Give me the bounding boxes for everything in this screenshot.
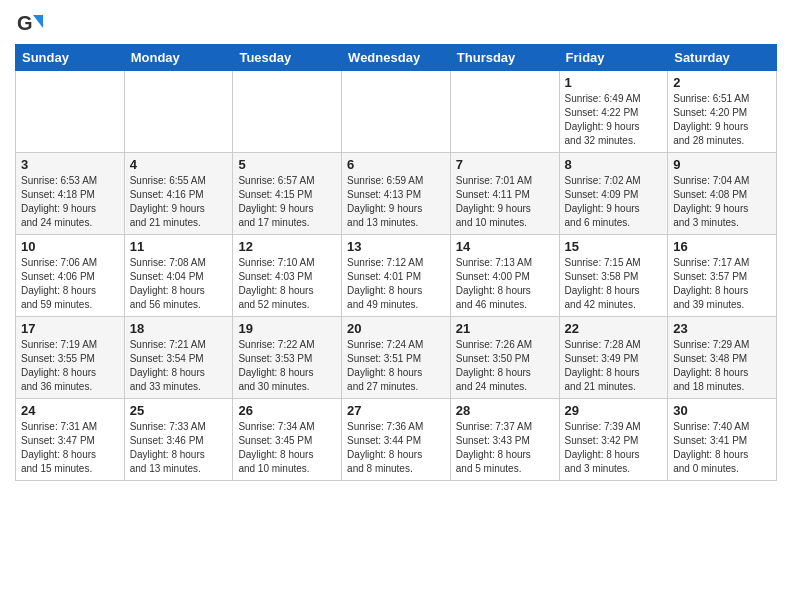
day-number: 15	[565, 239, 663, 254]
day-number: 13	[347, 239, 445, 254]
day-number: 21	[456, 321, 554, 336]
day-info: Sunrise: 7:06 AMSunset: 4:06 PMDaylight:…	[21, 256, 119, 312]
day-info: Sunrise: 7:24 AMSunset: 3:51 PMDaylight:…	[347, 338, 445, 394]
day-cell: 21Sunrise: 7:26 AMSunset: 3:50 PMDayligh…	[450, 317, 559, 399]
day-cell: 7Sunrise: 7:01 AMSunset: 4:11 PMDaylight…	[450, 153, 559, 235]
day-number: 25	[130, 403, 228, 418]
weekday-friday: Friday	[559, 45, 668, 71]
day-number: 16	[673, 239, 771, 254]
day-info: Sunrise: 7:04 AMSunset: 4:08 PMDaylight:…	[673, 174, 771, 230]
logo-icon: G	[15, 10, 43, 38]
day-info: Sunrise: 7:37 AMSunset: 3:43 PMDaylight:…	[456, 420, 554, 476]
day-cell: 12Sunrise: 7:10 AMSunset: 4:03 PMDayligh…	[233, 235, 342, 317]
day-cell	[450, 71, 559, 153]
day-info: Sunrise: 7:08 AMSunset: 4:04 PMDaylight:…	[130, 256, 228, 312]
day-cell: 22Sunrise: 7:28 AMSunset: 3:49 PMDayligh…	[559, 317, 668, 399]
day-cell: 16Sunrise: 7:17 AMSunset: 3:57 PMDayligh…	[668, 235, 777, 317]
day-number: 3	[21, 157, 119, 172]
day-cell: 29Sunrise: 7:39 AMSunset: 3:42 PMDayligh…	[559, 399, 668, 481]
day-info: Sunrise: 7:29 AMSunset: 3:48 PMDaylight:…	[673, 338, 771, 394]
day-number: 18	[130, 321, 228, 336]
day-number: 27	[347, 403, 445, 418]
day-info: Sunrise: 7:26 AMSunset: 3:50 PMDaylight:…	[456, 338, 554, 394]
day-cell: 24Sunrise: 7:31 AMSunset: 3:47 PMDayligh…	[16, 399, 125, 481]
day-cell: 2Sunrise: 6:51 AMSunset: 4:20 PMDaylight…	[668, 71, 777, 153]
day-number: 19	[238, 321, 336, 336]
day-cell: 1Sunrise: 6:49 AMSunset: 4:22 PMDaylight…	[559, 71, 668, 153]
week-row-5: 24Sunrise: 7:31 AMSunset: 3:47 PMDayligh…	[16, 399, 777, 481]
day-info: Sunrise: 7:28 AMSunset: 3:49 PMDaylight:…	[565, 338, 663, 394]
page: G SundayMondayTuesdayWednesdayThursdayFr…	[0, 0, 792, 612]
day-cell: 13Sunrise: 7:12 AMSunset: 4:01 PMDayligh…	[342, 235, 451, 317]
day-cell: 8Sunrise: 7:02 AMSunset: 4:09 PMDaylight…	[559, 153, 668, 235]
weekday-header-row: SundayMondayTuesdayWednesdayThursdayFrid…	[16, 45, 777, 71]
day-number: 17	[21, 321, 119, 336]
day-number: 23	[673, 321, 771, 336]
day-info: Sunrise: 7:36 AMSunset: 3:44 PMDaylight:…	[347, 420, 445, 476]
day-cell: 10Sunrise: 7:06 AMSunset: 4:06 PMDayligh…	[16, 235, 125, 317]
day-number: 11	[130, 239, 228, 254]
day-number: 8	[565, 157, 663, 172]
day-number: 29	[565, 403, 663, 418]
day-cell: 11Sunrise: 7:08 AMSunset: 4:04 PMDayligh…	[124, 235, 233, 317]
header: G	[15, 10, 777, 38]
day-info: Sunrise: 6:57 AMSunset: 4:15 PMDaylight:…	[238, 174, 336, 230]
day-number: 24	[21, 403, 119, 418]
day-info: Sunrise: 6:53 AMSunset: 4:18 PMDaylight:…	[21, 174, 119, 230]
day-cell: 20Sunrise: 7:24 AMSunset: 3:51 PMDayligh…	[342, 317, 451, 399]
day-cell: 18Sunrise: 7:21 AMSunset: 3:54 PMDayligh…	[124, 317, 233, 399]
day-number: 1	[565, 75, 663, 90]
day-info: Sunrise: 7:10 AMSunset: 4:03 PMDaylight:…	[238, 256, 336, 312]
weekday-saturday: Saturday	[668, 45, 777, 71]
day-info: Sunrise: 6:51 AMSunset: 4:20 PMDaylight:…	[673, 92, 771, 148]
day-number: 12	[238, 239, 336, 254]
day-info: Sunrise: 7:13 AMSunset: 4:00 PMDaylight:…	[456, 256, 554, 312]
day-number: 2	[673, 75, 771, 90]
day-cell: 27Sunrise: 7:36 AMSunset: 3:44 PMDayligh…	[342, 399, 451, 481]
day-info: Sunrise: 7:19 AMSunset: 3:55 PMDaylight:…	[21, 338, 119, 394]
logo: G	[15, 10, 47, 38]
weekday-wednesday: Wednesday	[342, 45, 451, 71]
day-info: Sunrise: 6:49 AMSunset: 4:22 PMDaylight:…	[565, 92, 663, 148]
day-info: Sunrise: 7:12 AMSunset: 4:01 PMDaylight:…	[347, 256, 445, 312]
week-row-4: 17Sunrise: 7:19 AMSunset: 3:55 PMDayligh…	[16, 317, 777, 399]
day-cell	[124, 71, 233, 153]
day-cell	[233, 71, 342, 153]
day-number: 6	[347, 157, 445, 172]
day-cell: 30Sunrise: 7:40 AMSunset: 3:41 PMDayligh…	[668, 399, 777, 481]
day-number: 28	[456, 403, 554, 418]
day-info: Sunrise: 7:15 AMSunset: 3:58 PMDaylight:…	[565, 256, 663, 312]
day-number: 5	[238, 157, 336, 172]
day-cell	[16, 71, 125, 153]
calendar: SundayMondayTuesdayWednesdayThursdayFrid…	[15, 44, 777, 481]
day-info: Sunrise: 7:33 AMSunset: 3:46 PMDaylight:…	[130, 420, 228, 476]
day-cell	[342, 71, 451, 153]
day-number: 10	[21, 239, 119, 254]
day-cell: 5Sunrise: 6:57 AMSunset: 4:15 PMDaylight…	[233, 153, 342, 235]
day-info: Sunrise: 7:31 AMSunset: 3:47 PMDaylight:…	[21, 420, 119, 476]
day-number: 9	[673, 157, 771, 172]
day-cell: 26Sunrise: 7:34 AMSunset: 3:45 PMDayligh…	[233, 399, 342, 481]
weekday-monday: Monday	[124, 45, 233, 71]
day-info: Sunrise: 7:34 AMSunset: 3:45 PMDaylight:…	[238, 420, 336, 476]
day-info: Sunrise: 7:21 AMSunset: 3:54 PMDaylight:…	[130, 338, 228, 394]
day-info: Sunrise: 6:59 AMSunset: 4:13 PMDaylight:…	[347, 174, 445, 230]
day-info: Sunrise: 6:55 AMSunset: 4:16 PMDaylight:…	[130, 174, 228, 230]
day-cell: 15Sunrise: 7:15 AMSunset: 3:58 PMDayligh…	[559, 235, 668, 317]
day-cell: 17Sunrise: 7:19 AMSunset: 3:55 PMDayligh…	[16, 317, 125, 399]
day-info: Sunrise: 7:17 AMSunset: 3:57 PMDaylight:…	[673, 256, 771, 312]
day-number: 4	[130, 157, 228, 172]
day-info: Sunrise: 7:39 AMSunset: 3:42 PMDaylight:…	[565, 420, 663, 476]
day-info: Sunrise: 7:22 AMSunset: 3:53 PMDaylight:…	[238, 338, 336, 394]
day-cell: 6Sunrise: 6:59 AMSunset: 4:13 PMDaylight…	[342, 153, 451, 235]
day-number: 20	[347, 321, 445, 336]
day-number: 7	[456, 157, 554, 172]
day-number: 14	[456, 239, 554, 254]
day-info: Sunrise: 7:40 AMSunset: 3:41 PMDaylight:…	[673, 420, 771, 476]
weekday-tuesday: Tuesday	[233, 45, 342, 71]
day-cell: 23Sunrise: 7:29 AMSunset: 3:48 PMDayligh…	[668, 317, 777, 399]
weekday-sunday: Sunday	[16, 45, 125, 71]
week-row-1: 1Sunrise: 6:49 AMSunset: 4:22 PMDaylight…	[16, 71, 777, 153]
weekday-thursday: Thursday	[450, 45, 559, 71]
day-number: 30	[673, 403, 771, 418]
